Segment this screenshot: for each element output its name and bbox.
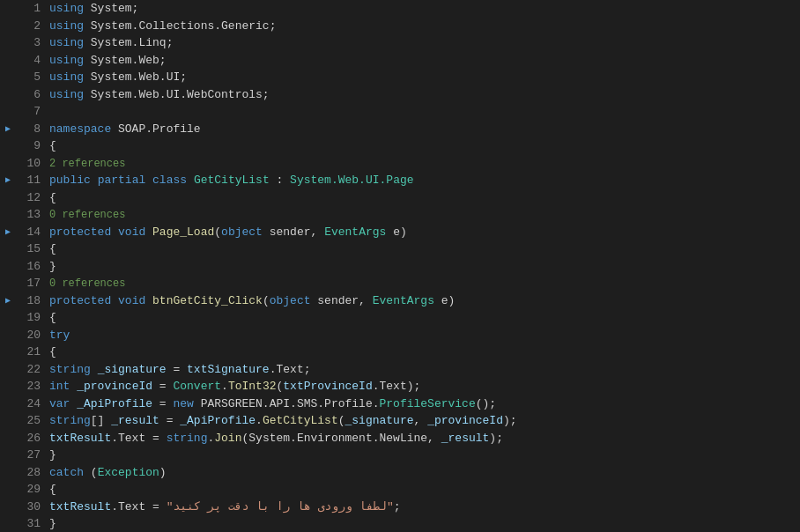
code-text: } bbox=[49, 447, 800, 464]
line-number: 25 bbox=[16, 412, 49, 430]
code-line-24: 24 var _ApiProfile = new PARSGREEN.API.S… bbox=[0, 395, 800, 413]
gutter-icon bbox=[0, 412, 16, 430]
editor-content: 1using System;2using System.Collections.… bbox=[0, 0, 800, 532]
code-line-21: 21 { bbox=[0, 344, 800, 361]
line-number: 10 bbox=[16, 155, 49, 173]
gutter-icon bbox=[0, 327, 16, 344]
gutter-icon bbox=[0, 361, 16, 379]
code-line-14: ▶14 protected void Page_Load(object send… bbox=[0, 224, 800, 241]
code-line-26: 26 txtResult.Text = string.Join(System.E… bbox=[0, 430, 800, 447]
code-text: try bbox=[49, 327, 800, 344]
line-number: 17 bbox=[16, 275, 49, 292]
code-line-4: 4using System.Web; bbox=[0, 52, 800, 70]
code-line-18: ▶18 protected void btnGetCity_Click(obje… bbox=[0, 292, 800, 310]
code-line-12: 12 { bbox=[0, 189, 800, 207]
gutter-icon bbox=[0, 430, 16, 447]
code-text: } bbox=[49, 515, 800, 532]
code-text: { bbox=[49, 240, 800, 258]
line-number: 14 bbox=[16, 224, 49, 241]
code-text: } bbox=[49, 258, 800, 276]
code-line-5: 5using System.Web.UI; bbox=[0, 69, 800, 86]
line-number: 16 bbox=[16, 258, 49, 276]
line-number: 9 bbox=[16, 137, 49, 155]
gutter-icon bbox=[0, 189, 16, 207]
line-number: 23 bbox=[16, 378, 49, 395]
gutter-icon bbox=[0, 309, 16, 327]
code-text: var _ApiProfile = new PARSGREEN.API.SMS.… bbox=[49, 395, 800, 413]
code-line-3: 3using System.Linq; bbox=[0, 34, 800, 52]
gutter-icon bbox=[0, 464, 16, 482]
line-number: 27 bbox=[16, 447, 49, 464]
line-number: 1 bbox=[16, 0, 49, 18]
gutter-icon bbox=[0, 240, 16, 258]
code-line-8: ▶8namespace SOAP.Profile bbox=[0, 121, 800, 138]
code-line-15: 15 { bbox=[0, 240, 800, 258]
code-text: { bbox=[49, 137, 800, 155]
gutter-icon bbox=[0, 481, 16, 499]
code-text: 0 references bbox=[49, 206, 800, 224]
code-line-13: 13 0 references bbox=[0, 206, 800, 224]
line-number: 11 bbox=[16, 172, 49, 189]
line-number: 31 bbox=[16, 515, 49, 532]
gutter-icon bbox=[0, 258, 16, 276]
code-line-7: 7 bbox=[0, 103, 800, 121]
code-text: using System.Web.UI.WebControls; bbox=[49, 86, 800, 104]
code-editor: 1using System;2using System.Collections.… bbox=[0, 0, 800, 532]
code-text: using System.Collections.Generic; bbox=[49, 18, 800, 35]
code-line-6: 6using System.Web.UI.WebControls; bbox=[0, 86, 800, 104]
code-text: namespace SOAP.Profile bbox=[49, 121, 800, 138]
gutter-icon bbox=[0, 155, 16, 173]
line-number: 24 bbox=[16, 395, 49, 413]
code-text: public partial class GetCityList : Syste… bbox=[49, 172, 800, 189]
code-line-10: 10 2 references bbox=[0, 155, 800, 173]
line-number: 6 bbox=[16, 86, 49, 104]
line-number: 20 bbox=[16, 327, 49, 344]
code-text: protected void Page_Load(object sender, … bbox=[49, 224, 800, 241]
code-line-31: 31 } bbox=[0, 515, 800, 532]
gutter-icon bbox=[0, 137, 16, 155]
gutter-icon bbox=[0, 378, 16, 395]
code-text: { bbox=[49, 481, 800, 499]
code-line-19: 19 { bbox=[0, 309, 800, 327]
gutter-icon: ▶ bbox=[0, 121, 16, 138]
gutter-icon bbox=[0, 499, 16, 516]
code-text: txtResult.Text = string.Join(System.Envi… bbox=[49, 430, 800, 447]
line-number: 3 bbox=[16, 34, 49, 52]
line-number: 29 bbox=[16, 481, 49, 499]
line-number: 22 bbox=[16, 361, 49, 379]
code-line-1: 1using System; bbox=[0, 0, 800, 18]
gutter-icon bbox=[0, 52, 16, 70]
code-text: 2 references bbox=[49, 155, 800, 173]
line-number: 21 bbox=[16, 344, 49, 361]
code-line-17: 17 0 references bbox=[0, 275, 800, 292]
gutter-icon bbox=[0, 344, 16, 361]
code-text bbox=[49, 103, 800, 121]
code-line-11: ▶11 public partial class GetCityList : S… bbox=[0, 172, 800, 189]
code-text: { bbox=[49, 309, 800, 327]
code-line-22: 22 string _signature = txtSignature.Text… bbox=[0, 361, 800, 379]
code-line-20: 20 try bbox=[0, 327, 800, 344]
gutter-icon: ▶ bbox=[0, 292, 16, 310]
gutter-icon bbox=[0, 34, 16, 52]
line-number: 8 bbox=[16, 121, 49, 138]
code-text: using System.Web; bbox=[49, 52, 800, 70]
gutter-icon bbox=[0, 515, 16, 532]
gutter-icon bbox=[0, 206, 16, 224]
line-number: 12 bbox=[16, 189, 49, 207]
code-text: using System.Linq; bbox=[49, 34, 800, 52]
code-line-29: 29 { bbox=[0, 481, 800, 499]
gutter-icon bbox=[0, 103, 16, 121]
gutter-icon bbox=[0, 18, 16, 35]
code-line-9: 9{ bbox=[0, 137, 800, 155]
code-text: string[] _result = _ApiProfile.GetCityLi… bbox=[49, 412, 800, 430]
gutter-icon: ▶ bbox=[0, 172, 16, 189]
gutter-icon bbox=[0, 0, 16, 18]
line-number: 18 bbox=[16, 292, 49, 310]
code-line-28: 28 catch (Exception) bbox=[0, 464, 800, 482]
line-number: 15 bbox=[16, 240, 49, 258]
code-line-25: 25 string[] _result = _ApiProfile.GetCit… bbox=[0, 412, 800, 430]
code-text: catch (Exception) bbox=[49, 464, 800, 482]
code-line-23: 23 int _provinceId = Convert.ToInt32(txt… bbox=[0, 378, 800, 395]
code-text: { bbox=[49, 344, 800, 361]
line-number: 2 bbox=[16, 18, 49, 35]
